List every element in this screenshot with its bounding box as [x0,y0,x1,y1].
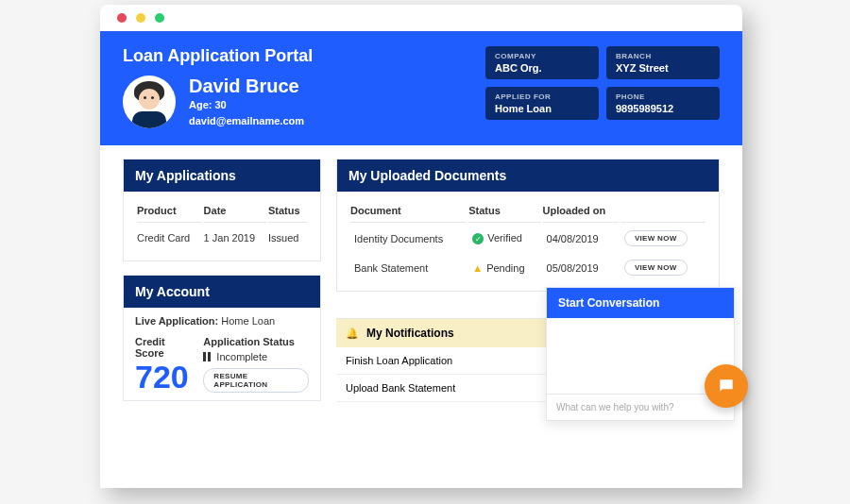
close-window-dot[interactable] [117,13,127,23]
col-date: Date [204,201,266,223]
table-row: Credit Card 1 Jan 2019 Issued [137,225,307,251]
tile-applied-for: APPLIED FOR Home Loan [485,87,599,120]
live-application-label: Live Application: [135,315,218,327]
application-status-value: Incomplete [216,351,267,362]
svg-point-2 [729,384,731,386]
chat-input[interactable]: What can we help you with? [547,394,734,420]
chat-widget: Start Conversation What can we help you … [546,287,735,421]
tile-label: APPLIED FOR [495,92,589,101]
chat-icon [717,377,736,395]
bell-icon: 🔔 [346,328,359,340]
panel-account: My Account Live Application: Home Loan C… [123,275,321,401]
cell-document: Identity Documents [350,225,467,252]
tile-phone: PHONE 9895989512 [606,87,720,120]
window-titlebar [100,5,742,31]
expand-window-dot[interactable] [155,13,164,23]
table-row: Bank Statement ▲Pending 05/08/2019 VIEW … [350,254,706,281]
panel-title: My Notifications [366,327,454,340]
credit-score-value: 720 [135,361,194,393]
user-name: David Bruce [189,76,304,97]
user-email: david@emailname.com [189,113,304,129]
verified-icon: ✓ [472,233,484,244]
col-status: Status [268,201,307,223]
panel-documents: My Uploaded Documents Document Status Up… [336,159,720,292]
user-avatar [123,76,176,128]
chat-fab-button[interactable] [705,364,748,408]
cell-product: Credit Card [137,225,202,251]
warning-icon: ▲ [472,262,483,274]
tile-value: ABC Org. [495,62,589,74]
cell-status: Issued [268,225,307,251]
tile-value: XYZ Street [616,62,710,74]
tile-label: PHONE [616,92,710,101]
application-status-label: Application Status [203,336,309,347]
tile-label: BRANCH [616,52,710,60]
tile-label: COMPANY [495,52,589,60]
app-window: Loan Application Portal David Bruce Age:… [100,5,742,488]
user-age: Age: 30 [189,97,304,113]
col-status: Status [468,201,540,223]
live-application-value: Home Loan [221,315,275,327]
chat-title: Start Conversation [547,288,734,318]
cell-status: Pending [486,262,524,274]
notification-text: Upload Bank Statement [346,382,455,394]
notification-text: Finish Loan Application [346,355,452,366]
view-document-button[interactable]: VIEW NOW [624,260,688,276]
panel-title: My Uploaded Documents [337,160,719,192]
info-tiles: COMPANY ABC Org. BRANCH XYZ Street APPLI… [485,46,720,120]
table-row: Identity Documents ✓Verified 04/08/2019 … [350,225,706,252]
credit-score-label: Credit Score [135,336,194,359]
tile-company: COMPANY ABC Org. [485,46,599,79]
minimize-window-dot[interactable] [136,13,145,23]
tile-branch: BRANCH XYZ Street [606,46,720,79]
resume-application-button[interactable]: RESUME APPLICATION [203,368,309,393]
cell-status: Verified [487,232,522,244]
svg-point-0 [723,384,725,386]
view-document-button[interactable]: VIEW NOW [624,230,688,246]
tile-value: Home Loan [495,103,589,114]
col-document: Document [350,201,467,223]
panel-applications: My Applications Product Date Status Cred… [123,159,321,261]
col-uploaded: Uploaded on [543,201,619,223]
tile-value: 9895989512 [616,103,710,114]
cell-date: 1 Jan 2019 [204,225,266,251]
pause-icon [203,352,212,361]
header-banner: Loan Application Portal David Bruce Age:… [100,31,742,145]
svg-point-1 [726,384,728,386]
col-product: Product [137,201,202,223]
cell-date: 04/08/2019 [543,225,619,252]
cell-document: Bank Statement [350,254,467,281]
panel-title: My Applications [124,160,320,192]
portal-title: Loan Application Portal [123,46,467,66]
cell-date: 05/08/2019 [543,254,619,281]
panel-title: My Account [124,276,320,308]
